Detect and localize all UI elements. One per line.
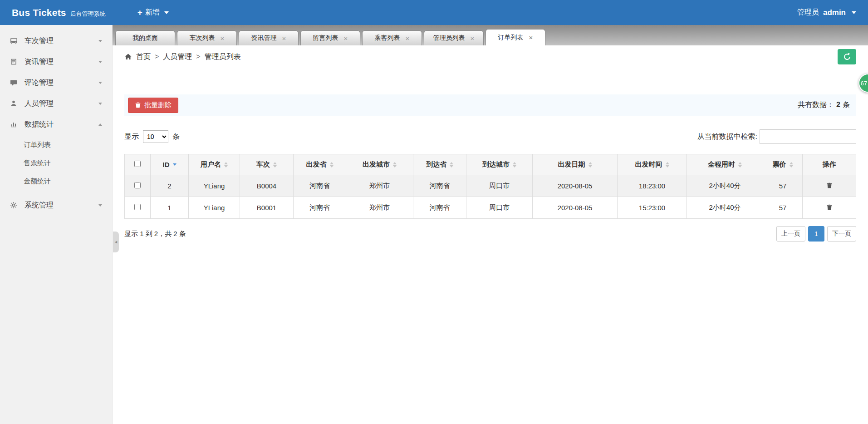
header-label: 出发时间	[635, 160, 662, 169]
chevron-down-icon	[98, 40, 102, 42]
page-size-select[interactable]: 10	[143, 130, 168, 143]
brand-title: Bus Tickets	[12, 7, 66, 18]
header-arrive-province[interactable]: 到达省	[413, 154, 466, 175]
row-checkbox[interactable]	[134, 182, 141, 188]
rows-label: 条	[172, 132, 180, 142]
sidebar-subitem-amount-stats[interactable]: 金额统计	[0, 172, 112, 190]
sidebar-subitem-order-list[interactable]: 订单列表	[0, 136, 112, 154]
tab-order-list[interactable]: 订单列表 ×	[485, 29, 545, 45]
sidebar-item-stats-mgmt[interactable]: 数据统计	[0, 114, 112, 135]
close-icon[interactable]: ×	[344, 35, 348, 42]
cell-price: 57	[763, 175, 803, 197]
total-suffix: 条	[843, 101, 850, 108]
header-arrive-city[interactable]: 到达城市	[466, 154, 533, 175]
gear-icon	[10, 202, 20, 209]
sidebar-collapse-handle[interactable]: ◄	[113, 232, 119, 252]
sidebar-item-system-mgmt[interactable]: 系统管理	[0, 195, 112, 216]
cell-depart-city: 郑州市	[346, 175, 413, 197]
cell-arrive-province: 河南省	[413, 175, 466, 197]
submenu-item-label: 售票统计	[24, 159, 51, 167]
header-depart-province[interactable]: 出发省	[294, 154, 346, 175]
delete-row-button[interactable]	[826, 204, 833, 211]
close-icon[interactable]: ×	[529, 34, 533, 41]
header-label: 出发日期	[558, 160, 585, 169]
header-label: 到达省	[426, 160, 446, 169]
trash-icon	[826, 204, 833, 211]
page-layout: 车次管理 资讯管理 评论管理 人员管理	[0, 25, 868, 424]
sort-icon[interactable]	[273, 162, 277, 168]
row-checkbox[interactable]	[134, 204, 141, 210]
chevron-down-icon	[852, 11, 856, 14]
close-icon[interactable]: ×	[221, 35, 225, 42]
sidebar-item-user-mgmt[interactable]: 人员管理	[0, 93, 112, 114]
sidebar-item-news-mgmt[interactable]: 资讯管理	[0, 51, 112, 72]
sort-icon[interactable]	[450, 162, 453, 168]
cell-username: YLiang	[189, 197, 240, 219]
breadcrumb-personnel-mgmt[interactable]: 人员管理	[163, 52, 192, 62]
sidebar-item-train-mgmt[interactable]: 车次管理	[0, 30, 112, 51]
sidebar-subitem-ticket-sales-stats[interactable]: 售票统计	[0, 154, 112, 172]
tab-train-list[interactable]: 车次列表 ×	[177, 30, 237, 45]
select-all-checkbox[interactable]	[134, 161, 141, 167]
show-label: 显示	[124, 132, 139, 142]
sort-icon[interactable]	[588, 162, 592, 168]
breadcrumb-home[interactable]: 首页	[136, 52, 151, 62]
sort-icon[interactable]	[666, 162, 669, 168]
user-menu[interactable]: 管理员 admin	[797, 8, 856, 17]
sort-icon[interactable]	[393, 162, 397, 168]
home-icon	[124, 53, 132, 60]
sort-desc-icon[interactable]	[173, 163, 177, 166]
cell-arrive-province: 河南省	[413, 197, 466, 219]
header-price[interactable]: 票价	[763, 154, 803, 175]
close-icon[interactable]: ×	[282, 35, 286, 42]
sort-icon[interactable]	[330, 162, 333, 168]
add-menu-button[interactable]: + 新增	[137, 8, 169, 17]
batch-delete-button[interactable]: 批量删除	[128, 98, 178, 113]
tab-news-mgmt[interactable]: 资讯管理 ×	[239, 30, 299, 45]
header-depart-city[interactable]: 出发城市	[346, 154, 413, 175]
sidebar-item-comment-mgmt[interactable]: 评论管理	[0, 72, 112, 93]
news-icon	[10, 58, 20, 65]
sort-icon[interactable]	[513, 162, 516, 168]
header-duration[interactable]: 全程用时	[687, 154, 763, 175]
cell-depart-province: 河南省	[294, 175, 346, 197]
total-prefix: 共有数据：	[798, 101, 834, 108]
header-label: 出发城市	[363, 160, 390, 169]
header-actions: 操作	[803, 154, 856, 175]
header-label: 全程用时	[708, 160, 735, 169]
header-depart-date[interactable]: 出发日期	[533, 154, 618, 175]
close-icon[interactable]: ×	[471, 35, 475, 42]
table-row: 1 YLiang B0001 河南省 郑州市 河南省 周口市 2020-08-0…	[125, 197, 856, 219]
next-page-button[interactable]: 下一页	[827, 226, 856, 242]
refresh-icon	[843, 53, 851, 61]
prev-page-button[interactable]: 上一页	[776, 226, 805, 242]
cell-train-number: B0001	[240, 197, 294, 219]
close-icon[interactable]: ×	[406, 35, 410, 42]
header-id[interactable]: ID	[151, 154, 189, 175]
brand: Bus Tickets 后台管理系统	[12, 7, 106, 18]
cell-depart-city: 郑州市	[346, 197, 413, 219]
sidebar-item-label: 数据统计	[25, 120, 97, 129]
collapse-arrow-icon: ◄	[114, 240, 118, 244]
page-1-button[interactable]: 1	[808, 226, 824, 242]
search-input[interactable]	[760, 129, 856, 144]
tab-admin-list[interactable]: 管理员列表 ×	[424, 30, 484, 45]
tab-message-list[interactable]: 留言列表 ×	[300, 30, 360, 45]
header-depart-time[interactable]: 出发时间	[618, 154, 687, 175]
chevron-down-icon	[98, 61, 102, 63]
table-header-row: ID 用户名 车次 出发省 出发城市	[125, 154, 856, 175]
header-username[interactable]: 用户名	[189, 154, 240, 175]
sort-icon[interactable]	[790, 162, 793, 168]
pagination: 上一页 1 下一页	[776, 226, 856, 242]
cell-depart-time: 15:23:00	[618, 197, 687, 219]
delete-row-button[interactable]	[826, 182, 833, 189]
sort-icon[interactable]	[224, 162, 228, 168]
sort-icon[interactable]	[738, 162, 742, 168]
brand-subtitle: 后台管理系统	[70, 10, 106, 18]
header-label: 出发省	[306, 160, 327, 169]
refresh-button[interactable]	[838, 49, 856, 64]
tab-my-desktop[interactable]: 我的桌面	[115, 30, 175, 45]
tab-passenger-list[interactable]: 乘客列表 ×	[362, 30, 422, 45]
header-train-number[interactable]: 车次	[240, 154, 294, 175]
cell-depart-province: 河南省	[294, 197, 346, 219]
